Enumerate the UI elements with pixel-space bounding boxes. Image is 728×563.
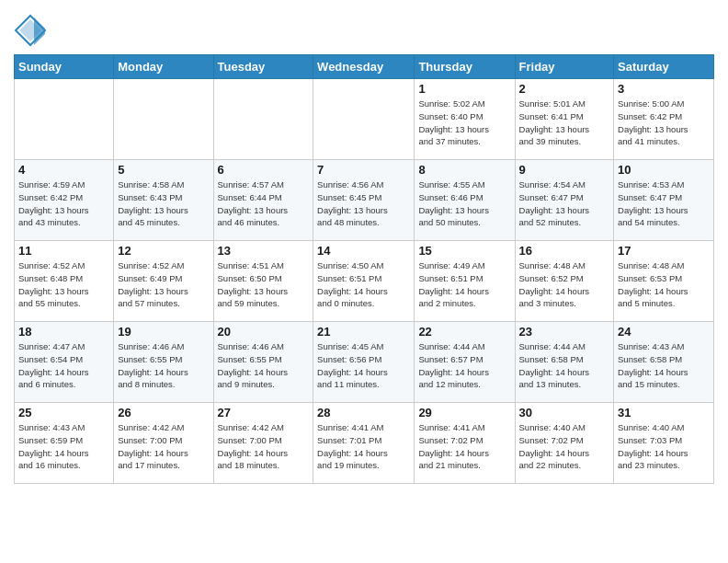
- day-info: Sunrise: 4:49 AM Sunset: 6:51 PM Dayligh…: [418, 259, 510, 310]
- day-number: 2: [519, 82, 610, 96]
- day-number: 9: [519, 163, 610, 177]
- calendar-cell: 11Sunrise: 4:52 AM Sunset: 6:48 PM Dayli…: [15, 241, 114, 322]
- day-number: 28: [317, 406, 410, 419]
- day-number: 25: [18, 406, 109, 419]
- col-header-monday: Monday: [114, 55, 213, 79]
- calendar-cell: 18Sunrise: 4:47 AM Sunset: 6:54 PM Dayli…: [15, 322, 114, 403]
- calendar-cell: 16Sunrise: 4:48 AM Sunset: 6:52 PM Dayli…: [515, 241, 614, 322]
- logo-icon: [14, 14, 47, 47]
- calendar-week-3: 11Sunrise: 4:52 AM Sunset: 6:48 PM Dayli…: [15, 241, 714, 322]
- col-header-saturday: Saturday: [614, 55, 714, 79]
- calendar-header-row: SundayMondayTuesdayWednesdayThursdayFrid…: [15, 55, 714, 79]
- calendar-week-2: 4Sunrise: 4:59 AM Sunset: 6:42 PM Daylig…: [15, 160, 714, 241]
- day-info: Sunrise: 5:02 AM Sunset: 6:40 PM Dayligh…: [418, 98, 510, 148]
- calendar-table: SundayMondayTuesdayWednesdayThursdayFrid…: [14, 54, 714, 484]
- day-number: 3: [618, 82, 710, 96]
- calendar-cell: 2Sunrise: 5:01 AM Sunset: 6:41 PM Daylig…: [515, 79, 614, 160]
- day-info: Sunrise: 4:58 AM Sunset: 6:43 PM Dayligh…: [118, 178, 209, 229]
- day-info: Sunrise: 4:56 AM Sunset: 6:45 PM Dayligh…: [317, 178, 410, 229]
- day-number: 16: [519, 244, 610, 258]
- day-number: 7: [317, 163, 410, 177]
- day-info: Sunrise: 4:52 AM Sunset: 6:49 PM Dayligh…: [118, 259, 209, 310]
- day-info: Sunrise: 4:43 AM Sunset: 6:58 PM Dayligh…: [618, 340, 710, 391]
- day-info: Sunrise: 4:46 AM Sunset: 6:55 PM Dayligh…: [218, 340, 310, 391]
- day-number: 10: [618, 163, 710, 177]
- day-info: Sunrise: 4:52 AM Sunset: 6:48 PM Dayligh…: [18, 259, 109, 310]
- col-header-thursday: Thursday: [415, 55, 515, 79]
- day-info: Sunrise: 4:48 AM Sunset: 6:52 PM Dayligh…: [519, 259, 610, 310]
- calendar-cell: 12Sunrise: 4:52 AM Sunset: 6:49 PM Dayli…: [114, 241, 213, 322]
- calendar-cell: 10Sunrise: 4:53 AM Sunset: 6:47 PM Dayli…: [614, 160, 714, 241]
- day-number: 30: [519, 406, 610, 419]
- col-header-sunday: Sunday: [15, 55, 114, 79]
- day-number: 26: [118, 406, 209, 419]
- day-info: Sunrise: 4:40 AM Sunset: 7:02 PM Dayligh…: [519, 421, 610, 472]
- calendar-week-1: 1Sunrise: 5:02 AM Sunset: 6:40 PM Daylig…: [15, 79, 714, 160]
- day-info: Sunrise: 4:54 AM Sunset: 6:47 PM Dayligh…: [519, 178, 610, 229]
- day-number: 21: [317, 325, 410, 339]
- calendar-cell: 5Sunrise: 4:58 AM Sunset: 6:43 PM Daylig…: [114, 160, 213, 241]
- day-number: 13: [218, 244, 310, 258]
- col-header-tuesday: Tuesday: [213, 55, 313, 79]
- calendar-cell: 20Sunrise: 4:46 AM Sunset: 6:55 PM Dayli…: [213, 322, 313, 403]
- day-number: 1: [418, 82, 510, 96]
- day-number: 20: [218, 325, 310, 339]
- calendar-cell: 7Sunrise: 4:56 AM Sunset: 6:45 PM Daylig…: [313, 160, 415, 241]
- day-number: 27: [218, 406, 310, 419]
- day-number: 22: [418, 325, 510, 339]
- day-info: Sunrise: 5:00 AM Sunset: 6:42 PM Dayligh…: [618, 98, 710, 148]
- day-info: Sunrise: 4:46 AM Sunset: 6:55 PM Dayligh…: [118, 340, 209, 391]
- day-info: Sunrise: 4:50 AM Sunset: 6:51 PM Dayligh…: [317, 259, 410, 310]
- day-info: Sunrise: 4:48 AM Sunset: 6:53 PM Dayligh…: [618, 259, 710, 310]
- calendar-cell: 30Sunrise: 4:40 AM Sunset: 7:02 PM Dayli…: [515, 403, 614, 484]
- calendar-cell: 19Sunrise: 4:46 AM Sunset: 6:55 PM Dayli…: [114, 322, 213, 403]
- day-info: Sunrise: 4:42 AM Sunset: 7:00 PM Dayligh…: [118, 421, 209, 472]
- calendar-cell: 4Sunrise: 4:59 AM Sunset: 6:42 PM Daylig…: [15, 160, 114, 241]
- day-info: Sunrise: 4:44 AM Sunset: 6:58 PM Dayligh…: [519, 340, 610, 391]
- col-header-friday: Friday: [515, 55, 614, 79]
- page: SundayMondayTuesdayWednesdayThursdayFrid…: [0, 0, 728, 493]
- day-number: 29: [418, 406, 510, 419]
- calendar-cell: 15Sunrise: 4:49 AM Sunset: 6:51 PM Dayli…: [415, 241, 515, 322]
- day-number: 23: [519, 325, 610, 339]
- day-info: Sunrise: 4:47 AM Sunset: 6:54 PM Dayligh…: [18, 340, 109, 391]
- day-info: Sunrise: 4:55 AM Sunset: 6:46 PM Dayligh…: [418, 178, 510, 229]
- day-info: Sunrise: 4:57 AM Sunset: 6:44 PM Dayligh…: [218, 178, 310, 229]
- header: [14, 9, 714, 47]
- day-number: 14: [317, 244, 410, 258]
- day-number: 31: [618, 406, 710, 419]
- calendar-cell: 8Sunrise: 4:55 AM Sunset: 6:46 PM Daylig…: [415, 160, 515, 241]
- day-info: Sunrise: 4:45 AM Sunset: 6:56 PM Dayligh…: [317, 340, 410, 391]
- day-info: Sunrise: 4:43 AM Sunset: 6:59 PM Dayligh…: [18, 421, 109, 472]
- calendar-cell: 23Sunrise: 4:44 AM Sunset: 6:58 PM Dayli…: [515, 322, 614, 403]
- day-info: Sunrise: 4:41 AM Sunset: 7:01 PM Dayligh…: [317, 421, 410, 472]
- calendar-cell: 9Sunrise: 4:54 AM Sunset: 6:47 PM Daylig…: [515, 160, 614, 241]
- calendar-cell: [114, 79, 213, 160]
- day-number: 8: [418, 163, 510, 177]
- day-info: Sunrise: 5:01 AM Sunset: 6:41 PM Dayligh…: [519, 98, 610, 148]
- calendar-week-5: 25Sunrise: 4:43 AM Sunset: 6:59 PM Dayli…: [15, 403, 714, 484]
- day-number: 12: [118, 244, 209, 258]
- calendar-week-4: 18Sunrise: 4:47 AM Sunset: 6:54 PM Dayli…: [15, 322, 714, 403]
- day-number: 11: [18, 244, 109, 258]
- calendar-cell: [313, 79, 415, 160]
- col-header-wednesday: Wednesday: [313, 55, 415, 79]
- day-info: Sunrise: 4:42 AM Sunset: 7:00 PM Dayligh…: [218, 421, 310, 472]
- calendar-cell: [15, 79, 114, 160]
- day-info: Sunrise: 4:51 AM Sunset: 6:50 PM Dayligh…: [218, 259, 310, 310]
- calendar-cell: [213, 79, 313, 160]
- svg-marker-2: [34, 17, 45, 45]
- calendar-cell: 6Sunrise: 4:57 AM Sunset: 6:44 PM Daylig…: [213, 160, 313, 241]
- calendar-cell: 27Sunrise: 4:42 AM Sunset: 7:00 PM Dayli…: [213, 403, 313, 484]
- calendar-cell: 14Sunrise: 4:50 AM Sunset: 6:51 PM Dayli…: [313, 241, 415, 322]
- day-info: Sunrise: 4:41 AM Sunset: 7:02 PM Dayligh…: [418, 421, 510, 472]
- calendar-cell: 31Sunrise: 4:40 AM Sunset: 7:03 PM Dayli…: [614, 403, 714, 484]
- calendar-cell: 3Sunrise: 5:00 AM Sunset: 6:42 PM Daylig…: [614, 79, 714, 160]
- calendar-cell: 22Sunrise: 4:44 AM Sunset: 6:57 PM Dayli…: [415, 322, 515, 403]
- logo: [14, 14, 47, 47]
- day-number: 19: [118, 325, 209, 339]
- calendar-cell: 29Sunrise: 4:41 AM Sunset: 7:02 PM Dayli…: [415, 403, 515, 484]
- calendar-cell: 13Sunrise: 4:51 AM Sunset: 6:50 PM Dayli…: [213, 241, 313, 322]
- calendar-cell: 26Sunrise: 4:42 AM Sunset: 7:00 PM Dayli…: [114, 403, 213, 484]
- day-info: Sunrise: 4:59 AM Sunset: 6:42 PM Dayligh…: [18, 178, 109, 229]
